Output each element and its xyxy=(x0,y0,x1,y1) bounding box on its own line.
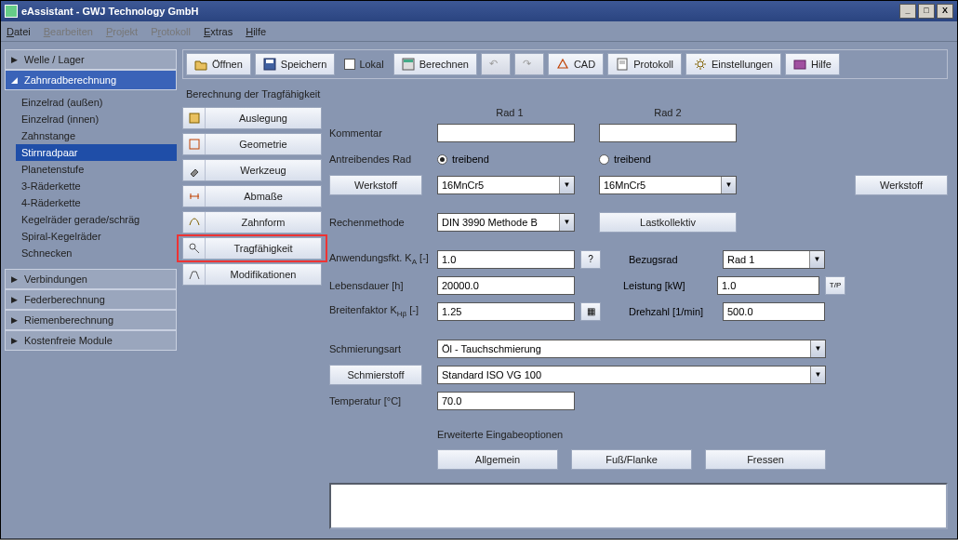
rechenmethode-select[interactable]: DIN 3990 Methode B▼ xyxy=(437,213,575,232)
cat-geometrie[interactable]: Geometrie xyxy=(182,133,322,155)
werkstoff-select-2[interactable]: 16MnCr5▼ xyxy=(599,176,737,194)
chevron-down-icon[interactable]: ▼ xyxy=(810,367,825,383)
chevron-down-icon[interactable]: ▼ xyxy=(810,340,825,357)
label-leistung: Leistung [kW] xyxy=(623,280,712,291)
local-checkbox[interactable]: Lokal xyxy=(339,53,389,75)
form-panel: Rad 1Rad 2 Kommentar Antreibendes Rad tr… xyxy=(329,107,948,529)
fussflanke-button[interactable]: Fuß/Flanke xyxy=(571,449,692,470)
maximize-button[interactable]: □ xyxy=(918,4,935,19)
sidebar-item-spiral[interactable]: Spiral-Kegelräder xyxy=(16,228,177,245)
cat-zahnform[interactable]: Zahnform xyxy=(182,211,322,233)
app-icon xyxy=(5,5,18,18)
menu-bearbeiten[interactable]: Bearbeiten xyxy=(44,26,93,37)
sidebar-item-einzelrad-innen[interactable]: Einzelrad (innen) xyxy=(16,111,177,127)
cat-auslegung[interactable]: Auslegung xyxy=(182,107,322,129)
chevron-down-icon[interactable]: ▼ xyxy=(721,177,736,193)
kommentar-input-2[interactable] xyxy=(599,124,737,142)
allgemein-button[interactable]: Allgemein xyxy=(437,449,558,470)
schmierstoff-button[interactable]: Schmierstoff xyxy=(329,365,422,385)
label-temperatur: Temperatur [°C] xyxy=(329,395,432,407)
sidebar-group-verbindungen[interactable]: ▶Verbindungen xyxy=(5,269,177,289)
redo-button[interactable]: ↷ xyxy=(514,53,544,75)
svg-rect-9 xyxy=(190,113,199,123)
radio-treibend-2[interactable] xyxy=(599,154,609,165)
svg-rect-4 xyxy=(618,59,627,70)
svg-line-15 xyxy=(194,248,199,253)
help-icon-button[interactable]: ? xyxy=(580,250,601,269)
label-ka: Anwendungsfkt. KA [-] xyxy=(329,252,432,266)
save-button[interactable]: Speichern xyxy=(255,53,336,75)
temperatur-input[interactable] xyxy=(437,392,575,410)
label-bezugsrad: Bezugsrad xyxy=(629,254,717,265)
chevron-down-icon[interactable]: ▼ xyxy=(809,251,824,268)
section-title: Berechnung der Tragfähigkeit xyxy=(182,85,948,107)
sidebar-group-riemen[interactable]: ▶Riemenberechnung xyxy=(5,310,177,330)
cat-modifikationen[interactable]: Modifikationen xyxy=(182,263,322,286)
window-title: eAssistant - GWJ Technology GmbH xyxy=(21,6,199,17)
cad-button[interactable]: CAD xyxy=(548,53,604,75)
protokoll-button[interactable]: Protokoll xyxy=(607,53,682,75)
menu-datei[interactable]: Datei xyxy=(7,26,31,37)
radio-treibend-1[interactable] xyxy=(437,154,447,165)
toolbar: Öffnen Speichern Lokal Berechnen ↶ ↷ CAD… xyxy=(182,49,948,79)
cat-tragfaehigkeit[interactable]: Tragfähigkeit xyxy=(182,237,322,260)
menu-projekt[interactable]: Projekt xyxy=(106,26,138,37)
lastkollektiv-button[interactable]: Lastkollektiv xyxy=(599,212,737,233)
sidebar: ▶Welle / Lager ◢Zahnradberechnung Einzel… xyxy=(1,42,182,539)
drehzahl-input[interactable] xyxy=(723,302,825,321)
sidebar-group-kostenfrei[interactable]: ▶Kostenfreie Module xyxy=(5,330,177,351)
minimize-button[interactable]: _ xyxy=(899,4,916,19)
lebensdauer-input[interactable] xyxy=(437,276,575,295)
ka-input[interactable] xyxy=(437,250,575,269)
leistung-input[interactable] xyxy=(717,276,819,295)
menu-hilfe[interactable]: Hilfe xyxy=(246,26,266,37)
werkstoff-select-1[interactable]: 16MnCr5▼ xyxy=(437,176,575,194)
chevron-down-icon[interactable]: ▼ xyxy=(559,177,574,193)
sidebar-item-schnecken[interactable]: Schnecken xyxy=(16,245,177,261)
chevron-down-icon[interactable]: ▼ xyxy=(559,214,574,231)
calc-button[interactable]: Berechnen xyxy=(393,53,477,75)
settings-button[interactable]: Einstellungen xyxy=(685,53,781,75)
sidebar-item-zahnstange[interactable]: Zahnstange xyxy=(16,127,177,144)
label-kommentar: Kommentar xyxy=(329,127,432,139)
sidebar-item-einzelrad-aussen[interactable]: Einzelrad (außen) xyxy=(16,94,177,111)
col-rad1: Rad 1 xyxy=(437,107,582,118)
open-button[interactable]: Öffnen xyxy=(186,53,251,75)
cat-werkzeug[interactable]: Werkzeug xyxy=(182,159,322,181)
sidebar-item-planetenstufe[interactable]: Planetenstufe xyxy=(16,161,177,178)
sidebar-item-4rkette[interactable]: 4-Räderkette xyxy=(16,194,177,211)
svg-point-7 xyxy=(698,61,703,67)
svg-rect-3 xyxy=(404,60,413,62)
close-button[interactable]: X xyxy=(937,4,953,19)
svg-rect-8 xyxy=(794,60,805,69)
sidebar-group-welle[interactable]: ▶Welle / Lager xyxy=(5,49,177,70)
tp-button[interactable]: T/P xyxy=(825,276,845,295)
schmierart-select[interactable]: Öl - Tauchschmierung▼ xyxy=(437,340,826,358)
sidebar-group-zahnrad[interactable]: ◢Zahnradberechnung xyxy=(5,70,177,90)
menu-extras[interactable]: Extras xyxy=(204,26,233,37)
schmierstoff-select[interactable]: Standard ISO VG 100▼ xyxy=(437,366,826,384)
cat-abmasse[interactable]: Abmaße xyxy=(182,185,322,207)
werkstoff-button-right[interactable]: Werkstoff xyxy=(855,175,948,195)
label-schmierart: Schmierungsart xyxy=(329,343,432,354)
label-antrieb: Antreibendes Rad xyxy=(329,153,432,165)
sidebar-item-kegelraeder[interactable]: Kegelräder gerade/schräg xyxy=(16,211,177,228)
sidebar-group-feder[interactable]: ▶Federberechnung xyxy=(5,289,177,310)
help-button[interactable]: Hilfe xyxy=(785,53,840,75)
label-rechenmethode: Rechenmethode xyxy=(329,217,432,228)
sidebar-item-stirnradpaar[interactable]: Stirnradpaar xyxy=(16,144,177,161)
undo-button[interactable]: ↶ xyxy=(481,53,511,75)
calc-icon-button[interactable]: ▦ xyxy=(580,302,601,321)
ext-title: Erweiterte Eingabeoptionen xyxy=(437,429,948,440)
titlebar: eAssistant - GWJ Technology GmbH _ □ X xyxy=(1,1,957,21)
col-rad2: Rad 2 xyxy=(595,107,740,118)
fressen-button[interactable]: Fressen xyxy=(705,449,826,470)
kommentar-input-1[interactable] xyxy=(437,124,575,142)
output-area xyxy=(329,483,948,529)
breite-input[interactable] xyxy=(437,302,575,321)
menu-protokoll[interactable]: Protokoll xyxy=(151,26,191,37)
sidebar-item-3rkette[interactable]: 3-Räderkette xyxy=(16,178,177,194)
bezugsrad-select[interactable]: Rad 1▼ xyxy=(723,250,825,269)
svg-rect-10 xyxy=(190,140,199,149)
werkstoff-button-left[interactable]: Werkstoff xyxy=(329,175,422,195)
